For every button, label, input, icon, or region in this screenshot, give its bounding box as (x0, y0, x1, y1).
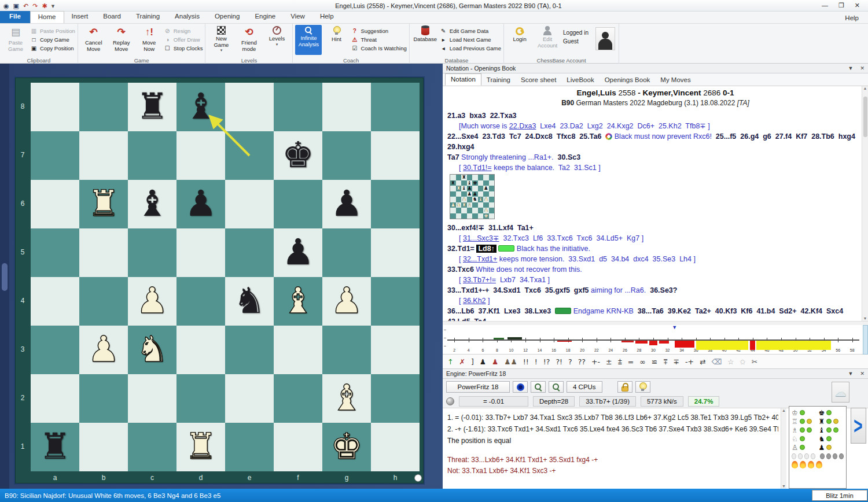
board-square[interactable] (79, 228, 128, 277)
move-text[interactable]: 36...Lb6 37.Kf1 Lxe3 38.Lxe3 (447, 307, 555, 315)
board-square[interactable] (371, 131, 420, 180)
annotation-symbol-button[interactable]: ♟ (492, 355, 498, 369)
engine-line[interactable]: 2. -+ (-1.61): 33.Txc6 Txd1+ 34.Sxd1 Txc… (443, 423, 778, 435)
board-square[interactable] (79, 83, 128, 131)
piece-wb-g2[interactable]: ♝ (322, 374, 371, 423)
tab-home[interactable]: Home (30, 11, 64, 23)
cloud-engine-button[interactable]: ☁ (832, 382, 849, 403)
move-text[interactable]: 36.Kh2 (463, 297, 486, 305)
notation-line[interactable]: 22...Sxe4 23.Td3 Tc7 24.Dxc8 Tfxc8 25.Ta… (447, 131, 856, 152)
tab-insert[interactable]: Insert (64, 11, 96, 23)
move-text[interactable]: 31...Sxc3∓ (463, 234, 499, 242)
move-text[interactable]: ] (486, 297, 490, 305)
piece-wr-b6[interactable]: ♜ (79, 180, 128, 228)
board-square[interactable] (274, 374, 322, 423)
board-square[interactable] (79, 277, 128, 326)
board-square[interactable] (31, 228, 79, 277)
move-text[interactable]: [ (459, 255, 463, 263)
move-text[interactable]: 36.Se3? (646, 286, 677, 294)
move-text[interactable]: White does not recover from this. (476, 265, 582, 274)
piece-bp-f5[interactable]: ♟ (274, 228, 322, 277)
resign-button[interactable]: ⊘Resign (164, 27, 203, 34)
piece-bb-d8[interactable]: ♝ (176, 83, 225, 131)
move-text[interactable]: Black must now prevent Rxc6! (612, 132, 712, 141)
move-text[interactable]: 33...Txd1+-+ 34.Sxd1 Txc6 35.gxf5 gxf5 (447, 286, 591, 294)
move-text[interactable]: 32.Txc3 Lf6 33.Txc6 Txc6 34.Ld5+ Kg7 ] (499, 234, 644, 242)
board-square[interactable] (31, 83, 79, 131)
board-square[interactable] (371, 326, 420, 374)
notation-tab-my-moves[interactable]: My Moves (655, 75, 696, 86)
save-icon[interactable]: ▣ (13, 2, 19, 10)
move-text[interactable]: keeps the balance. Ta2 31.Sc1 ] (492, 164, 601, 172)
move-text[interactable]: 32...Txd1+ (463, 255, 497, 263)
piece-bp-g6[interactable]: ♟ (322, 180, 371, 228)
move-text[interactable]: Lxb7 34.Txa1 ] (496, 276, 550, 284)
notation-line[interactable]: 32.Td1= Ld8↑ Black has the initiative. (447, 243, 856, 254)
board-square[interactable] (322, 326, 371, 374)
move-text[interactable]: 22...Sxe4 23.Td3 Tc7 24.Dxc8 Tfxc8 25.Ta… (447, 132, 605, 141)
login-button[interactable]: Login (506, 25, 533, 55)
edit-account-button[interactable]: Edit Account (534, 25, 561, 55)
notation-line[interactable]: [ 33.Tb7+!= Lxb7 34.Txa1 ] (447, 275, 856, 285)
board-square[interactable] (31, 277, 79, 326)
annotation-symbol-button[interactable]: ♟ (480, 355, 486, 369)
annotation-symbol-button[interactable]: ] (471, 355, 474, 369)
tab-training[interactable]: Training (128, 11, 167, 23)
board-square[interactable] (371, 83, 420, 131)
board-square[interactable] (322, 131, 371, 180)
move-text[interactable]: [ (459, 164, 463, 172)
annotation-symbol-button[interactable]: ↑ (447, 355, 453, 369)
board-square[interactable] (31, 180, 79, 228)
notation-tab-score-sheet[interactable]: Score sheet (516, 75, 561, 86)
notation-line[interactable]: [ 31...Sxc3∓ 32.Txc3 Lf6 33.Txc6 Txc6 34… (447, 233, 856, 243)
board-square[interactable] (371, 228, 420, 277)
piece-wp-c4[interactable]: ♟ (128, 277, 176, 326)
board-square[interactable] (128, 228, 176, 277)
move-text[interactable]: Ta7 (447, 153, 461, 161)
piece-bp-d6[interactable]: ♟ (176, 180, 225, 228)
hint-button[interactable]: Hint (323, 25, 350, 55)
record-analysis-button[interactable] (513, 381, 528, 393)
move-text[interactable]: [ (459, 234, 463, 242)
notation-line[interactable]: [ 30.Td1!= keeps the balance. Ta2 31.Sc1… (447, 163, 856, 173)
board-square[interactable] (322, 228, 371, 277)
move-text[interactable]: Endgame KRN-KB (571, 307, 634, 315)
move-now-button[interactable]: ↑!Move Now (136, 25, 163, 55)
replay-move-button[interactable]: ↷Replay Move (108, 25, 135, 55)
board-square[interactable] (176, 374, 225, 423)
annotation-symbol-button[interactable]: ✗ (459, 355, 465, 369)
current-move[interactable]: Ld8↑ (476, 245, 496, 253)
lock-engine-button[interactable] (617, 381, 632, 393)
annotation-symbol-button[interactable]: !? (543, 355, 550, 369)
board-square[interactable] (225, 374, 274, 423)
annotation-symbol-button[interactable]: +- (591, 355, 600, 369)
notation-tab-livebook[interactable]: LiveBook (561, 75, 599, 86)
notation-line[interactable]: Ta7 Strongly threatening ...Ra1+. 30.Sc3 (447, 152, 856, 163)
board-square[interactable] (225, 423, 274, 471)
board-square[interactable] (176, 326, 225, 374)
chessbase-logo-icon[interactable]: ◉ (3, 2, 9, 10)
board-square[interactable] (31, 374, 79, 423)
board-square[interactable] (371, 277, 420, 326)
annotation-symbol-button[interactable]: ✂ (752, 355, 757, 369)
piece-wn-c3[interactable]: ♞ (128, 326, 176, 374)
zoom-out-button[interactable] (549, 381, 564, 393)
copy-game-button[interactable]: □Copy Game (30, 36, 75, 43)
board-square[interactable] (128, 131, 176, 180)
annotation-symbol-button[interactable]: ⇄ (700, 355, 705, 369)
board-square[interactable] (128, 374, 176, 423)
notation-line[interactable]: [ 32...Txd1+ keeps more tension. 33.Sxd1… (447, 254, 856, 264)
evaluation-profile-chart[interactable]: ▼246810121416182022242628303234363840424… (443, 325, 868, 355)
board-square[interactable] (176, 228, 225, 277)
chart-scrollbar[interactable] (863, 325, 868, 355)
scroll-thumb[interactable] (2, 263, 8, 291)
panel-close-icon[interactable]: ✕ (860, 65, 865, 71)
annotation-symbol-button[interactable]: ⩲ (617, 355, 621, 369)
board-square[interactable] (128, 423, 176, 471)
piece-wr-d1[interactable]: ♜ (176, 423, 225, 471)
infinite-analysis-button[interactable]: Infinite Analysis (295, 25, 322, 55)
piece-bn-e4[interactable]: ♞ (225, 277, 274, 326)
load-previous-game-button[interactable]: ◂Load Previous Game (440, 45, 501, 51)
paste-position-button[interactable]: ▥Paste Position (30, 27, 75, 34)
piece-wk-g1[interactable]: ♚ (322, 423, 371, 471)
